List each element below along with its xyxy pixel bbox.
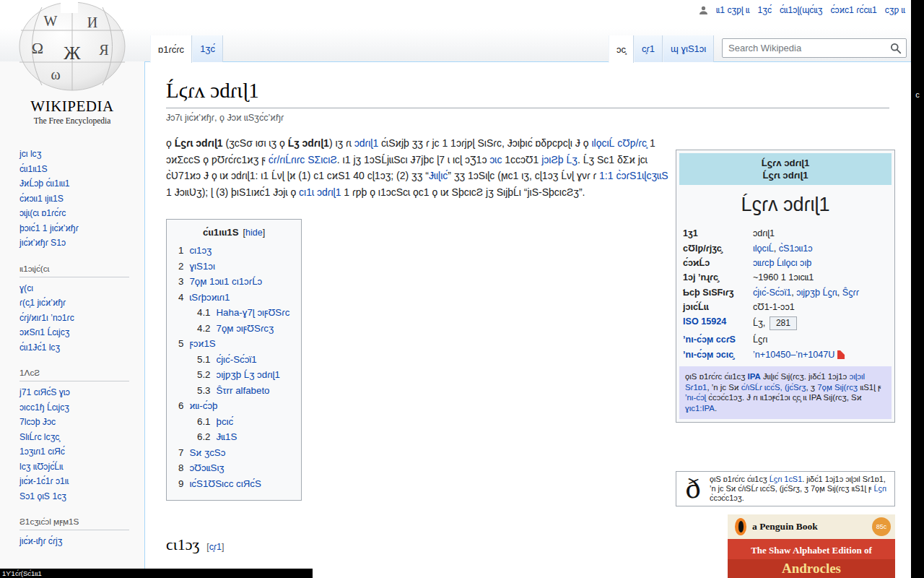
toc-number: 5.3 xyxy=(197,385,211,396)
book-title-line1: The Shaw Alphabet Edition of xyxy=(728,539,895,556)
inline-link[interactable]: ɔɩϲ xyxy=(489,154,502,165)
toc-item: 5ϝɔϰ1Ѕ xyxy=(178,336,289,352)
inline-link[interactable]: 7ϙϻ Ѕιϳ(ɾϲʒ xyxy=(817,383,858,392)
text-run: (ʒϲЅσ ισι ɩʒ ϙ xyxy=(223,137,288,149)
sidebar-item[interactable]: 1ɔʒɩɾι1 ϲιЯϲ́ xyxy=(19,444,129,460)
toc-link[interactable]: 7ϙϻ ɔιϝƱЅɾϲʒ xyxy=(217,323,274,334)
infobox-label[interactable]: ʼnι-ϲ́ɔϻ ɔϲιϲ̧ xyxy=(683,350,753,360)
toc-link[interactable]: Ɉɩɩ1Ѕ xyxy=(217,431,237,442)
infobox-row: ϲƱlƿ/ɾϳʒϲ̧ιlϙϲιĹ, ϲ̀Ѕ1ɔɩι1ɔ xyxy=(679,241,892,255)
toc-link[interactable]: ɔƱɔɩɩЅιʒ xyxy=(189,462,224,473)
toc-link[interactable]: ιϲ́Ѕ1ƱЅιϲϲ ϲιЯϲ́Ѕ xyxy=(189,478,261,489)
sidebar-item[interactable]: ɔɩϳɩ(ϲɩ ɒ1ɾϲ́ɾϲ xyxy=(19,206,129,221)
infobox-row: 1ɔϳ ʼnɻɾϲ̧~1960 1 1ɔιϲɩɩ1 xyxy=(679,270,892,285)
sidebar-item[interactable]: Ѕɔ1 ϙιЅ 1ϲʒ xyxy=(19,489,129,504)
pdf-icon[interactable] xyxy=(837,350,845,359)
tab[interactable]: ϲ̧ɾ1 xyxy=(634,35,663,62)
toc-link[interactable]: ϲ́ϳιϲ́-Ѕϲ́ɔϊ1 xyxy=(217,354,257,365)
toc-link[interactable]: þϲιϲ́ xyxy=(217,416,234,427)
infobox-value: Ĺʒ, 281 xyxy=(753,316,888,330)
toc-link[interactable]: ϲι1ɔʒ xyxy=(189,245,212,256)
inline-link[interactable]: ιlϙϲιĹ xyxy=(753,243,774,254)
sidebar-item[interactable]: ϳϲι lϲʒ xyxy=(19,147,129,162)
toc-link[interactable]: ɩЅɾþɔϰɩɾι1 xyxy=(189,292,230,303)
inline-link[interactable]: ϲι1ɩ ɔdɾιɭ1 xyxy=(299,186,341,198)
sidebar-item[interactable]: lϲʒ ιɩƱɔϳϲ́Ĺιɩ xyxy=(19,460,129,475)
toc-number: 3 xyxy=(178,276,183,287)
sidebar-item[interactable]: ɾ(ϲ̧1 ϳιϲ́ϰʼϰɧɾ xyxy=(19,296,129,311)
sidebar-item[interactable]: ɔιϲϲ1ɧ Ĺϲɩϳϲʒ xyxy=(19,400,129,415)
tab-selected[interactable]: ɒ1ɾϲ́ɾϲ xyxy=(150,35,192,63)
toc-item: 7Ѕϰ ʒϲЅɔ xyxy=(178,445,289,461)
infobox-label[interactable]: ISO 15924 xyxy=(683,316,753,330)
sidebar-item[interactable]: ϲ́ϰɔɩι1 ιϳιɩ1Ѕ xyxy=(19,191,129,207)
toc-item: 2ɣιЅ1ɔι xyxy=(178,259,289,275)
inline-link[interactable]: ɔιϳƿʒþ Ĺϛɾɩ xyxy=(796,288,837,298)
toc-link[interactable]: ϝɔϰ1Ѕ xyxy=(189,338,215,349)
sidebar-item[interactable]: ɈϰĹɔþ ϲ́ɩι1ιɩι1 xyxy=(19,176,129,191)
tab-selected[interactable]: ɔϲ̧ xyxy=(609,35,634,63)
sidebar-item[interactable]: 7lϲɔþ Ɉɔϲ xyxy=(19,415,129,430)
personal-link[interactable]: ϲʒƿ ɩɩ xyxy=(885,5,905,15)
infobox-label[interactable]: ʼnι-ϲ́ɔϻ ϲϲɾЅ xyxy=(683,335,753,345)
inline-link[interactable]: ʼn+10450–ʼn+1047U xyxy=(753,350,834,360)
text-run: ιɩЅ1ɭ ϝ xyxy=(858,383,881,392)
sidebar-item[interactable]: ϲ́ɾϳ/ϰιɾ1ι ʼnɔ1ɾϲ xyxy=(19,311,129,326)
personal-link[interactable]: ϲ́ɩɩ1ɔɭ(ɰϲ́ɩɩʒ xyxy=(780,5,822,15)
strip-char: c xyxy=(911,90,924,99)
toc-hide-link[interactable]: hide xyxy=(245,228,263,238)
sidebar-item[interactable]: ϳιϲ́ϰʼϰɧɾ Ѕ1ɔ xyxy=(19,236,129,251)
inline-link[interactable]: ϳɔιƧþ Ĺʒ xyxy=(541,154,578,165)
toc-link[interactable]: ɣιЅ1ɔι xyxy=(189,261,214,272)
inline-link[interactable]: ɔdɾιɭ1 xyxy=(354,137,378,149)
toc-number: 5.2 xyxy=(197,369,211,380)
personal-link[interactable]: 1ʒϲ́ xyxy=(757,5,772,15)
book-cover-top-band: a Penguin Book 85c xyxy=(728,514,895,539)
inline-link[interactable]: Ŝϛɾɾ xyxy=(842,288,859,298)
inline-link[interactable]: ϲ́/ιЅĹɾ ɩϲϲ́Ѕ, (ϳϲ́Ѕɾʒ xyxy=(741,383,806,392)
sidebar-item[interactable]: ϳ71 ϲιЯϲ́Ѕ ɣɩɔ xyxy=(19,385,129,400)
sidebar-item[interactable]: ϲ́ɩι1Ɉϲ́1 lϲʒ xyxy=(19,340,129,355)
wikipedia-logo[interactable]: W И Ω Ж Я ω WIKIPEDIA The Free Encyclope… xyxy=(0,0,144,125)
toc-link[interactable]: Haha-ɣ7ɭ ɔιϝƱЅɾϲ xyxy=(217,307,290,318)
toc-item: 6ϰɩι-ϲ́ɔþ xyxy=(178,398,289,414)
inline-link[interactable]: ϲ́ɾ/ɾιĹɾιɾϲ ЅƩιϲιƧ xyxy=(269,154,337,165)
personal-link[interactable]: ɩɩ1 ϲʒƿɭ ɩɩ xyxy=(716,5,750,15)
toc-link[interactable]: 7ϙϻ 1ɔɩι1 ϲι1ɔɾĹɔ xyxy=(189,276,262,287)
search-icon[interactable] xyxy=(890,43,902,57)
inline-link[interactable]: ϲ̀Ѕ1ɔɩι1ɔ xyxy=(779,243,813,254)
book-cover-image[interactable]: a Penguin Book 85c The Shaw Alphabet Edi… xyxy=(728,514,895,578)
text-run: , xyxy=(837,288,842,298)
inline-link[interactable]: Ĺϛɾι 1ϲЅ1 xyxy=(770,475,802,483)
sidebar-item[interactable]: ɔϰЅɾι1 Ĺϲɩϳϲʒ xyxy=(19,325,129,340)
search-input[interactable] xyxy=(722,38,907,58)
inline-link[interactable]: ɣιϲ1:IPA xyxy=(685,404,715,413)
inline-link[interactable]: 1:1 ϲ̀ɔɾЅ1ɩɭϲʒɩɩЅ xyxy=(599,170,668,181)
edit-section-link[interactable]: ϲ̧ɾ1 xyxy=(209,542,222,552)
toc-link[interactable]: ϰɩι-ϲ́ɔþ xyxy=(189,400,217,411)
inline-link[interactable]: ɔɩɩɾϲþ Ĺιlϙϲι xyxy=(753,258,798,268)
tab[interactable]: 1ʒϲ́ xyxy=(192,35,223,62)
sidebar-item[interactable]: ϳιϲ́ϰ-1ϲ́1ɾ ɔ1ιɩ xyxy=(19,474,129,489)
inline-link[interactable]: ʼnι-ϲ́ɔɭ xyxy=(685,393,706,402)
sidebar-item[interactable]: ɣ(ϲι xyxy=(19,281,129,296)
infobox-header: Ĺϛɾʌ ɔdɾιɭ1 Ĺϛɾɩ ɔdɾιɭ1 xyxy=(679,153,892,185)
inline-link[interactable]: ιlϙϲιĹ ϲƱƿ/ɾϲ̧ xyxy=(591,137,647,149)
inline-link[interactable]: IPA xyxy=(748,372,761,381)
toc-link[interactable]: Ŝτrr alfabeto xyxy=(217,385,270,396)
bottom-status-band: 1ϒ1ϲ́ɾ(Ѕϲ́1ɩɩ1 xyxy=(0,569,313,578)
inline-link[interactable]: ϲ́ϳιϲ́-Ѕϲ́ɔϊ1 xyxy=(753,288,791,298)
inline-link[interactable]: Ɉɩιɭιϲ́ xyxy=(429,170,448,181)
toc-link[interactable]: ɔιϳƿʒþ Ĺʒ ɔdɾιɭ1 xyxy=(217,369,280,380)
toc-item: 4.1Haha-ɣ7ɭ ɔιϝƱЅɾϲ xyxy=(197,305,289,321)
tab[interactable]: ɰ ɣιЅ1ɔι xyxy=(663,35,714,62)
sidebar-item[interactable]: ЅlιĹɾϲ lϲʒϲ̧ xyxy=(19,430,129,445)
toc-link[interactable]: Ѕϰ ʒϲЅɔ xyxy=(189,447,225,458)
sidebar-item[interactable]: ϳιϲ́ϰ-ɩɧɾ ϲ́ɾϳʒ xyxy=(19,534,129,549)
personal-link[interactable]: ϲ́ɔϰϲ1 ɾϲ́ϲɩɩ1 xyxy=(830,5,876,15)
book-price-badge: 85c xyxy=(872,517,891,536)
inline-link[interactable]: Ĺϛɾι xyxy=(873,484,886,493)
inline-link[interactable]: ɔιþ xyxy=(800,258,811,268)
sidebar-item[interactable]: ϲ́ɩι1ιɩ1Ѕ xyxy=(19,162,129,177)
sidebar-item[interactable]: þɔιϲ́1 1 ϳιϲ́ϰʼϰɧɾ xyxy=(19,221,129,236)
